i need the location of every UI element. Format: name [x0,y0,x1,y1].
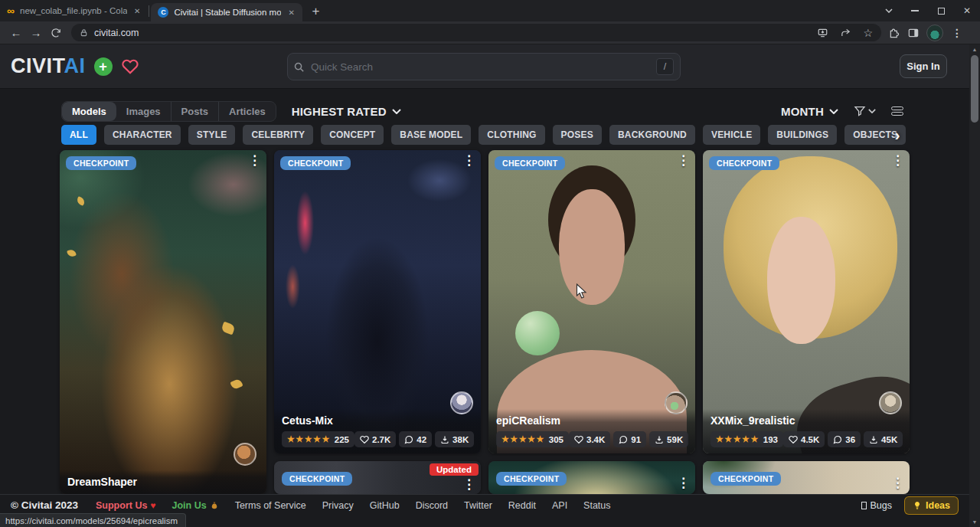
scrollbar-thumb[interactable] [971,55,978,123]
card-menu-icon[interactable]: ⋮ [248,154,261,168]
minimize-button[interactable] [902,0,928,21]
browser-tab-colab[interactable]: ∞ new_colab_file.ipynb - Colaborat ✕ [0,0,147,21]
lightbulb-icon [913,500,922,510]
creator-avatar[interactable] [665,391,688,414]
model-card-cetus-mix[interactable]: CHECKPOINT ⋮ Cetus-Mix ★★★★★ 225 2.7K [274,150,481,453]
card-menu-icon[interactable]: ⋮ [891,154,904,168]
chip-concept[interactable]: CONCEPT [321,125,384,145]
civitai-logo[interactable]: CIVITAI [11,54,86,78]
comments-pill[interactable]: 42 [399,431,432,447]
back-button[interactable]: ← [6,23,26,43]
new-tab-button[interactable]: + [312,5,319,18]
create-plus-button[interactable]: + [94,57,113,76]
creator-avatar[interactable] [879,391,902,414]
rating-pill[interactable]: ★★★★★ 305 [496,431,569,447]
quick-search[interactable]: / [287,53,681,80]
model-card-xxmix9realistic[interactable]: CHECKPOINT ⋮ XXMix_9realistic ★★★★★ 193 [703,150,910,453]
model-card-partial[interactable]: CHECKPOINT Updated ⋮ [274,461,481,494]
chip-character[interactable]: CHARACTER [104,125,181,145]
card-menu-icon[interactable]: ⋮ [462,478,475,492]
footer-link-support-us[interactable]: Support Us♥ [96,500,155,511]
extensions-icon[interactable] [888,27,900,39]
civitai-page: CIVITAI + / Sign In Models Images Posts … [0,44,980,527]
footer-link-privacy[interactable]: Privacy [322,500,354,511]
tab-articles[interactable]: Articles [218,102,276,121]
browser-tab-civitai[interactable]: C Civitai | Stable Diffusion models, ✕ [151,3,302,21]
card-stats: ★★★★★ 305 3.4K 91 [496,431,688,447]
chip-buildings[interactable]: BUILDINGS [768,125,837,145]
likes-pill[interactable]: 3.4K [569,431,610,447]
install-icon[interactable] [817,28,828,38]
creator-avatar[interactable] [234,443,256,466]
tab-posts[interactable]: Posts [171,102,218,121]
comments-pill[interactable]: 36 [828,431,861,447]
tab-images[interactable]: Images [116,102,171,121]
model-card-partial[interactable]: CHECKPOINT ⋮ [703,461,910,494]
browser-profile-avatar[interactable] [926,25,943,41]
period-dropdown[interactable]: MONTH [781,105,838,118]
card-menu-icon[interactable]: ⋮ [891,476,904,490]
scroll-up-icon[interactable]: ▲ [969,44,980,54]
card-menu-icon[interactable]: ⋮ [677,476,690,490]
chip-base-model[interactable]: BASE MODEL [391,125,471,145]
heart-icon[interactable] [121,58,139,75]
rating-pill[interactable]: ★★★★★ 225 [282,431,354,447]
share-icon[interactable] [840,28,851,38]
footer-link-api[interactable]: API [552,500,567,511]
card-size-toggle-icon[interactable] [891,106,903,116]
footer-link-reddit[interactable]: Reddit [508,500,536,511]
nav-right-cluster: MONTH [766,105,903,118]
footer-link-join-us[interactable]: Join Us [172,500,218,511]
ideas-button[interactable]: Ideas [904,496,959,515]
model-card-epicrealism[interactable]: CHECKPOINT ⋮ epiCRealism ★★★★★ 305 3.4 [488,150,695,453]
tab-models[interactable]: Models [62,102,116,121]
likes-pill[interactable]: 2.7K [354,431,396,447]
card-menu-icon[interactable]: ⋮ [462,154,475,168]
close-window-button[interactable]: ✕ [954,0,980,21]
card-menu-icon[interactable]: ⋮ [677,154,690,168]
address-bar[interactable]: civitai.com ☆ [71,24,881,41]
chip-clothing[interactable]: CLOTHING [479,125,544,145]
search-input[interactable] [311,61,656,73]
comments-pill[interactable]: 91 [613,431,646,447]
footer-link-github[interactable]: GitHub [370,500,400,511]
browser-menu-icon[interactable]: ⋮ [950,27,964,39]
chip-background[interactable]: BACKGROUND [609,125,695,145]
bugs-button[interactable]: Bugs [861,500,893,511]
sign-in-button[interactable]: Sign In [900,54,947,78]
footer-link-twitter[interactable]: Twitter [464,500,492,511]
model-card-dreamshaper[interactable]: CHECKPOINT ⋮ DreamShaper [60,150,266,494]
model-card-partial[interactable]: CHECKPOINT ⋮ [488,461,695,494]
likes-pill[interactable]: 4.5K [783,431,825,447]
downloads-pill[interactable]: 38K [435,431,474,447]
heart-icon: ♥ [150,500,155,511]
sort-dropdown[interactable]: HIGHEST RATED [292,105,401,118]
page-scrollbar[interactable]: ▲ ▼ [969,44,980,527]
tab-close-icon[interactable]: ✕ [134,7,140,15]
scroll-down-icon[interactable]: ▼ [969,517,980,527]
chip-vehicle[interactable]: VEHICLE [703,125,760,145]
chip-style[interactable]: STYLE [188,125,236,145]
chip-celebrity[interactable]: CELEBRITY [243,125,313,145]
bookmark-star-icon[interactable]: ☆ [863,28,873,38]
forward-button[interactable]: → [26,23,46,43]
chip-all[interactable]: ALL [61,125,96,145]
footer-link-terms[interactable]: Terms of Service [235,500,306,511]
tab-search-chevron-icon[interactable] [876,0,902,21]
footer-link-discord[interactable]: Discord [416,500,448,511]
tab-close-icon[interactable]: ✕ [288,8,294,17]
url-text[interactable]: civitai.com [94,28,139,38]
downloads-pill[interactable]: 59K [649,431,688,447]
lock-icon [80,28,88,38]
maximize-button[interactable] [928,0,954,21]
downloads-pill[interactable]: 45K [864,431,903,447]
creator-avatar[interactable] [450,391,473,414]
side-panel-icon[interactable] [907,27,920,39]
chip-poses[interactable]: POSES [553,125,602,145]
checkpoint-badge: CHECKPOINT [282,472,352,486]
rating-pill[interactable]: ★★★★★ 193 [710,431,783,447]
reload-button[interactable] [46,23,66,43]
footer-link-status[interactable]: Status [583,500,610,511]
filter-dropdown[interactable] [854,105,876,117]
chips-scroll-right-icon[interactable]: › [888,125,906,145]
